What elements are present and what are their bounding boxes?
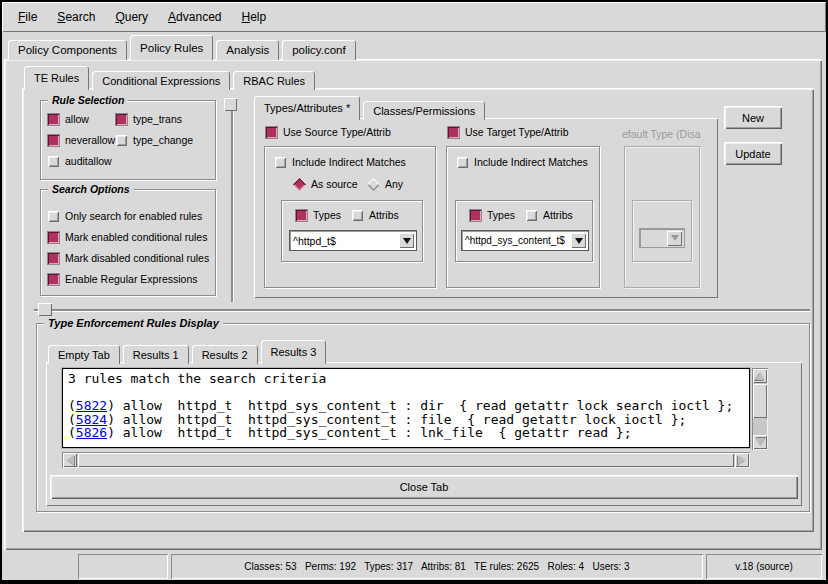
- radio-any[interactable]: Any: [367, 178, 403, 190]
- checkbox-use-source[interactable]: Use Source Type/Attrib: [266, 126, 391, 138]
- horizontal-scrollbar[interactable]: [62, 452, 750, 468]
- tab-policy-components[interactable]: Policy Components: [8, 40, 127, 60]
- criteria-tab-bar: Types/Attributes * Classes/Permissions: [254, 96, 488, 120]
- scroll-left-button[interactable]: [63, 453, 77, 467]
- tab-results-3[interactable]: Results 3: [261, 340, 327, 364]
- checkbox-indicator: [48, 211, 59, 222]
- checkbox-indicator: [470, 210, 481, 221]
- source-types-frame: Types Attribs ^httpd_t$: [281, 200, 423, 262]
- checkbox-label: Attribs: [369, 209, 399, 221]
- checkbox-use-target[interactable]: Use Target Type/Attrib: [448, 126, 569, 138]
- checkbox-mark-disabled[interactable]: Mark disabled conditional rules: [48, 252, 209, 264]
- checkbox-indicator: [266, 127, 277, 138]
- checkbox-indicator: [48, 253, 59, 264]
- tab-policy-conf[interactable]: policy.conf: [282, 40, 355, 60]
- combobox-dropdown-button: [667, 231, 682, 246]
- rule-line: (5822) allow httpd_t httpd_sys_content_t…: [68, 399, 744, 413]
- source-type-combobox[interactable]: ^httpd_t$: [289, 230, 417, 251]
- checkbox-indicator: [352, 210, 363, 221]
- menu-help[interactable]: Help: [231, 6, 276, 28]
- checkbox-label: Mark disabled conditional rules: [65, 252, 209, 264]
- rule-link[interactable]: 5826: [76, 425, 107, 440]
- checkbox-source-types[interactable]: Types: [296, 209, 341, 221]
- default-type-frame: [624, 146, 700, 288]
- checkbox-indicator: [48, 156, 59, 167]
- tab-policy-rules[interactable]: Policy Rules: [130, 35, 213, 60]
- arrow-down-icon: [755, 438, 765, 446]
- menu-advanced[interactable]: Advanced: [158, 6, 231, 28]
- checkbox-mark-enabled[interactable]: Mark enabled conditional rules: [48, 231, 209, 243]
- tab-te-rules[interactable]: TE Rules: [24, 66, 89, 90]
- checkbox-regex[interactable]: Enable Regular Expressions: [48, 273, 209, 285]
- menu-query[interactable]: Query: [105, 6, 158, 28]
- update-button[interactable]: Update: [724, 142, 782, 165]
- apol-window: File Search Query Advanced Help Policy C…: [0, 0, 828, 584]
- vertical-scrollbar-thumb[interactable]: [753, 384, 767, 418]
- scroll-right-button[interactable]: [735, 453, 749, 467]
- checkbox-type-trans[interactable]: type_trans: [116, 113, 193, 125]
- arrow-left-icon: [66, 455, 74, 465]
- tab-rbac-rules[interactable]: RBAC Rules: [233, 71, 315, 90]
- checkbox-neverallow[interactable]: neverallow: [48, 134, 116, 146]
- checkbox-indicator: [48, 114, 59, 125]
- checkbox-label: Include Indirect Matches: [292, 156, 406, 168]
- tab-results-2[interactable]: Results 2: [192, 345, 258, 364]
- radio-as-source[interactable]: As source: [293, 178, 358, 190]
- policy-rules-panel: TE Rules Conditional Expressions RBAC Ru…: [4, 59, 822, 550]
- scroll-up-button[interactable]: [753, 369, 767, 383]
- tab-conditional-expressions[interactable]: Conditional Expressions: [92, 71, 230, 90]
- status-box-empty: [78, 554, 168, 579]
- results-summary: 3 rules match the search criteria: [68, 372, 744, 386]
- tab-types-attributes[interactable]: Types/Attributes *: [254, 96, 360, 120]
- vertical-scrollbar[interactable]: [752, 368, 768, 450]
- tab-empty-tab[interactable]: Empty Tab: [48, 345, 120, 364]
- results-tab-bar: Empty Tab Results 1 Results 2 Results 3: [48, 342, 329, 364]
- scroll-down-button[interactable]: [753, 435, 767, 449]
- checkbox-label: Include Indirect Matches: [474, 156, 588, 168]
- checkbox-label: Attribs: [543, 209, 573, 221]
- radio-label: As source: [311, 178, 358, 190]
- checkbox-label: neverallow: [65, 134, 115, 146]
- tab-label: Policy Rules: [140, 42, 203, 54]
- checkbox-target-attribs[interactable]: Attribs: [526, 209, 573, 221]
- te-rules-display-group: Type Enforcement Rules Display Empty Tab…: [36, 318, 810, 512]
- menu-search[interactable]: Search: [47, 6, 105, 28]
- te-rules-panel: Rule Selection allow type_trans neverall…: [22, 88, 814, 532]
- tab-label: Results 2: [202, 349, 248, 361]
- checkbox-source-indirect[interactable]: Include Indirect Matches: [275, 156, 406, 168]
- results-text-area[interactable]: 3 rules match the search criteria (5822)…: [62, 368, 750, 448]
- tab-label: Policy Components: [18, 44, 117, 56]
- te-tab-bar: TE Rules Conditional Expressions RBAC Ru…: [24, 68, 318, 90]
- horizontal-sash-handle[interactable]: [38, 303, 52, 316]
- target-type-combobox[interactable]: ^httpd_sys_content_t$: [461, 230, 589, 251]
- tab-analysis[interactable]: Analysis: [216, 40, 279, 60]
- horizontal-sash[interactable]: [34, 309, 810, 311]
- radio-indicator: [293, 178, 306, 191]
- rule-line: (5826) allow httpd_t httpd_sys_content_t…: [68, 426, 744, 440]
- arrow-right-icon: [738, 455, 746, 465]
- checkbox-target-indirect[interactable]: Include Indirect Matches: [457, 156, 588, 168]
- new-button[interactable]: New: [724, 106, 782, 129]
- tab-results-1[interactable]: Results 1: [123, 345, 189, 364]
- tab-classes-permissions[interactable]: Classes/Permissions: [363, 101, 485, 120]
- vertical-sash-handle[interactable]: [224, 98, 237, 111]
- checkbox-label: Types: [487, 209, 515, 221]
- checkbox-only-enabled[interactable]: Only search for enabled rules: [48, 210, 209, 222]
- vertical-sash[interactable]: [231, 98, 233, 302]
- target-types-frame: Types Attribs ^httpd_sys_content_t$: [455, 200, 593, 262]
- horizontal-scrollbar-thumb[interactable]: [78, 453, 734, 467]
- checkbox-allow[interactable]: allow: [48, 113, 116, 125]
- combobox-value: ^httpd_sys_content_t$: [462, 235, 571, 246]
- checkbox-type-change[interactable]: type_change: [116, 134, 193, 146]
- menu-file[interactable]: File: [8, 6, 47, 28]
- default-type-combobox: [639, 228, 685, 248]
- close-tab-button[interactable]: Close Tab: [50, 475, 798, 499]
- chevron-down-icon: [403, 238, 411, 244]
- checkbox-target-types[interactable]: Types: [470, 209, 515, 221]
- status-version: v.18 (source): [706, 554, 822, 579]
- combobox-dropdown-button[interactable]: [399, 233, 414, 248]
- checkbox-auditallow[interactable]: auditallow: [48, 155, 116, 167]
- combobox-dropdown-button[interactable]: [571, 233, 586, 248]
- checkbox-label: allow: [65, 113, 89, 125]
- checkbox-source-attribs[interactable]: Attribs: [352, 209, 399, 221]
